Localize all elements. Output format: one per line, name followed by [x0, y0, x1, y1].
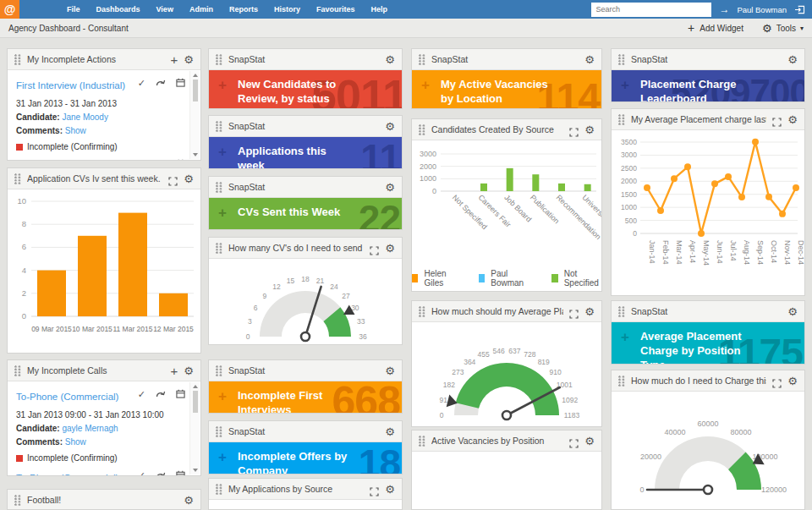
snapstat-body[interactable]: + Incomplete Offers by Company 18	[209, 442, 402, 474]
expand-icon[interactable]	[772, 115, 782, 124]
menu-file[interactable]: File	[67, 5, 80, 14]
menu-reports[interactable]: Reports	[229, 5, 258, 14]
drag-handle-icon[interactable]	[216, 426, 222, 437]
widget-settings-icon[interactable]: ⚙	[385, 121, 395, 132]
calendar-icon[interactable]	[176, 159, 185, 161]
snapstat-body[interactable]: + New Candidates to Review, by status 50…	[209, 70, 402, 108]
scroll-thumb[interactable]	[193, 80, 198, 101]
expand-icon[interactable]	[569, 436, 579, 446]
legend-item[interactable]: Helen Giles	[412, 269, 457, 288]
expand-icon[interactable]	[569, 307, 579, 316]
legend-item[interactable]: Paul Bowman	[479, 269, 529, 288]
add-widget-plus-icon[interactable]: +	[688, 21, 694, 35]
widget-settings-icon[interactable]: ⚙	[385, 426, 395, 437]
snapstat-body[interactable]: + My Active Vacancies by Location 114	[412, 70, 601, 108]
widget-settings-icon[interactable]: ⚙	[184, 173, 194, 184]
tools-caret-icon[interactable]: ▾	[800, 25, 804, 32]
reschedule-arrow-icon[interactable]	[156, 471, 166, 477]
search-input[interactable]	[591, 3, 711, 17]
drag-handle-icon[interactable]	[419, 54, 425, 65]
widget-settings-icon[interactable]: ⚙	[584, 436, 595, 447]
calendar-icon[interactable]	[176, 389, 185, 400]
complete-check-icon[interactable]: ✓	[138, 79, 145, 88]
legend-item[interactable]: Not Specified	[551, 269, 601, 288]
widget-settings-icon[interactable]: ⚙	[787, 306, 798, 317]
scroll-thumb[interactable]	[193, 391, 198, 413]
logout-icon[interactable]	[794, 5, 805, 14]
expand-icon[interactable]	[168, 174, 178, 184]
reschedule-arrow-icon[interactable]	[156, 390, 166, 400]
user-name[interactable]: Paul Bowman	[737, 5, 787, 14]
snapstat-body[interactable]: + Applications this week 11	[209, 137, 402, 168]
snapstat-body[interactable]: + Incomplete First Interviews 668	[209, 381, 402, 413]
calendar-icon[interactable]	[176, 78, 185, 89]
widget-settings-icon[interactable]: ⚙	[385, 243, 395, 254]
scroll-down-icon[interactable]	[193, 153, 198, 156]
snapstat-body[interactable]: + Placement Charge Leaderboard 5209700	[612, 70, 804, 101]
action-link[interactable]: To-Phone (Commercial)	[16, 473, 118, 476]
scrollbar[interactable]	[189, 71, 200, 159]
widget-settings-icon[interactable]: ⚙	[584, 124, 595, 135]
widget-settings-icon[interactable]: ⚙	[184, 54, 194, 65]
drag-handle-icon[interactable]	[14, 365, 21, 376]
menu-history[interactable]: History	[274, 5, 300, 14]
add-widget-button[interactable]: Add Widget	[700, 24, 743, 33]
drag-handle-icon[interactable]	[216, 121, 222, 132]
drag-handle-icon[interactable]	[216, 365, 222, 376]
expand-icon[interactable]	[772, 376, 782, 386]
candidate-link[interactable]: Jane Moody	[62, 112, 107, 122]
drag-handle-icon[interactable]	[618, 54, 625, 65]
scroll-down-icon[interactable]	[193, 469, 198, 472]
drag-handle-icon[interactable]	[618, 306, 625, 317]
drag-handle-icon[interactable]	[618, 376, 625, 387]
drag-handle-icon[interactable]	[618, 114, 625, 125]
expand-icon[interactable]	[370, 244, 379, 253]
widget-settings-icon[interactable]: ⚙	[787, 54, 798, 65]
complete-check-icon[interactable]: ✓	[138, 471, 145, 476]
add-item-icon[interactable]: +	[171, 365, 178, 377]
drag-handle-icon[interactable]	[419, 124, 425, 135]
reschedule-arrow-icon[interactable]	[156, 79, 166, 89]
scroll-up-icon[interactable]	[193, 385, 198, 388]
action-link[interactable]: To-Phone (Commercial)	[16, 392, 118, 402]
widget-settings-icon[interactable]: ⚙	[584, 54, 595, 65]
drag-handle-icon[interactable]	[216, 54, 222, 65]
calendar-icon[interactable]	[176, 470, 185, 476]
expand-icon[interactable]	[370, 485, 379, 494]
widget-settings-icon[interactable]: ⚙	[584, 306, 595, 317]
action-link[interactable]: First Interview (Industrial)	[16, 80, 125, 90]
reschedule-arrow-icon[interactable]	[156, 160, 166, 162]
add-item-icon[interactable]: +	[171, 53, 178, 66]
menu-dashboards[interactable]: Dashboards	[96, 5, 140, 14]
widget-settings-icon[interactable]: ⚙	[787, 376, 798, 387]
drag-handle-icon[interactable]	[216, 484, 222, 495]
expand-icon[interactable]	[569, 125, 579, 134]
comments-show-link[interactable]: Show	[65, 437, 86, 447]
menu-help[interactable]: Help	[370, 5, 387, 14]
snapstat-body[interactable]: + Average Placement Charge by Position T…	[612, 322, 804, 364]
drag-handle-icon[interactable]	[14, 495, 21, 506]
comments-show-link[interactable]: Show	[65, 126, 86, 135]
app-logo[interactable]: @	[0, 0, 19, 19]
drag-handle-icon[interactable]	[419, 306, 425, 317]
widget-settings-icon[interactable]: ⚙	[787, 114, 798, 125]
drag-handle-icon[interactable]	[14, 173, 21, 184]
drag-handle-icon[interactable]	[14, 54, 21, 65]
complete-check-icon[interactable]: ✓	[138, 390, 145, 399]
menu-view[interactable]: View	[156, 5, 173, 14]
menu-admin[interactable]: Admin	[189, 5, 213, 14]
menu-favourites[interactable]: Favourites	[316, 5, 355, 14]
candidate-link[interactable]: gayle Mernagh	[62, 424, 118, 433]
widget-settings-icon[interactable]: ⚙	[385, 484, 395, 495]
widget-settings-icon[interactable]: ⚙	[385, 54, 395, 65]
drag-handle-icon[interactable]	[216, 243, 222, 254]
complete-check-icon[interactable]: ✓	[138, 160, 145, 161]
scrollbar[interactable]	[189, 382, 200, 474]
snapstat-body[interactable]: + CVs Sent this Week 22	[209, 198, 402, 229]
widget-settings-icon[interactable]: ⚙	[385, 365, 395, 376]
drag-handle-icon[interactable]	[419, 436, 425, 447]
widget-settings-icon[interactable]: ⚙	[184, 495, 194, 506]
scroll-up-icon[interactable]	[193, 74, 198, 77]
search-submit-icon[interactable]: →	[719, 4, 729, 14]
tools-button[interactable]: Tools	[776, 24, 796, 33]
